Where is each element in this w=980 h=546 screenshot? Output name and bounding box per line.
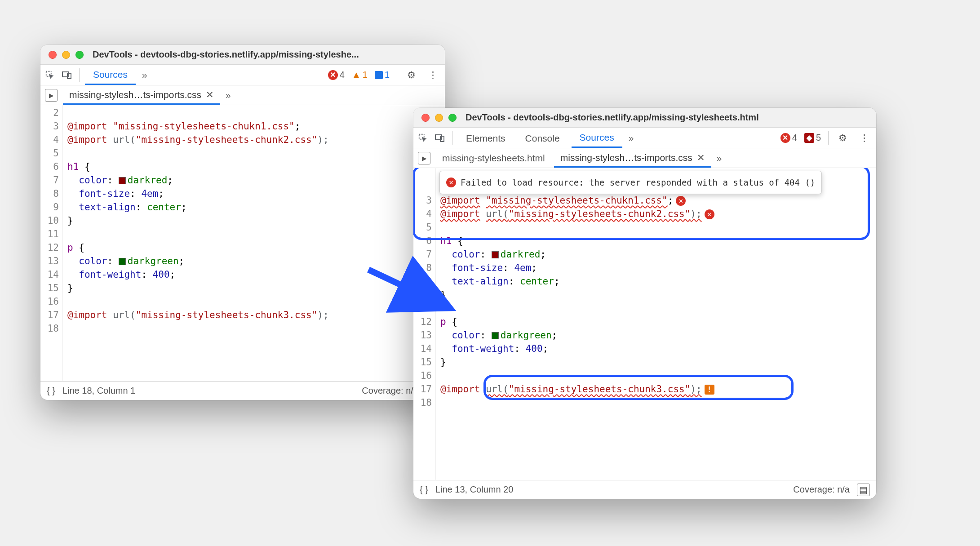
window-title: DevTools - devtools-dbg-stories.netlify.…	[93, 49, 359, 60]
window-title: DevTools - devtools-dbg-stories.netlify.…	[466, 112, 759, 123]
device-toggle-icon[interactable]	[433, 131, 447, 145]
line-gutter: 23456789101112131415161718	[40, 105, 63, 381]
coverage-label[interactable]: Coverage: n/a	[362, 386, 418, 396]
file-tab-css[interactable]: missing-stylesh…ts-imports.css ✕	[554, 149, 711, 168]
settings-icon[interactable]: ⚙	[834, 133, 851, 143]
tooltip-text: Failed to load resource: the server resp…	[461, 176, 815, 189]
close-tab-icon[interactable]: ✕	[206, 89, 214, 100]
info-icon	[375, 71, 383, 79]
file-tab-css[interactable]: missing-stylesh…ts-imports.css ✕	[63, 86, 220, 105]
status-bar: { } Line 13, Column 20 Coverage: n/a ▤	[413, 480, 876, 499]
error-icon[interactable]: ✕	[676, 196, 686, 206]
error-icon[interactable]: ✕	[705, 209, 714, 219]
file-tabs: ▸ missing-stylesh…ts-imports.css ✕ »	[40, 85, 445, 105]
zoom-window-button[interactable]	[448, 114, 457, 122]
color-swatch-darkred[interactable]	[492, 251, 499, 258]
line-gutter: 3456789101112131415161718	[413, 168, 436, 480]
traffic-lights	[49, 51, 84, 59]
zoom-window-button[interactable]	[75, 51, 84, 59]
close-tab-icon[interactable]: ✕	[697, 152, 705, 163]
devtools-window-after: DevTools - devtools-dbg-stories.netlify.…	[413, 108, 876, 499]
filetabs-overflow-icon[interactable]: »	[714, 153, 725, 164]
minimize-window-button[interactable]	[435, 114, 443, 122]
error-tooltip: ✕ Failed to load resource: the server re…	[439, 171, 822, 194]
inspect-icon[interactable]	[43, 68, 57, 82]
file-tab-html[interactable]: missing-stylesheets.html	[436, 149, 551, 167]
transition-arrow	[359, 256, 463, 319]
warning-icon	[352, 70, 361, 80]
titlebar: DevTools - devtools-dbg-stories.netlify.…	[40, 45, 445, 65]
traffic-lights	[421, 114, 457, 122]
tab-console[interactable]: Console	[517, 129, 568, 147]
warning-badge[interactable]: 1	[350, 69, 369, 81]
main-toolbar: Sources » ✕ 4 1 1 ⚙ ⋮	[40, 65, 445, 85]
tab-elements[interactable]: Elements	[458, 129, 514, 147]
braces-icon[interactable]: { }	[420, 484, 428, 495]
main-toolbar: Elements Console Sources » ✕ 4 ◆ 5 ⚙ ⋮	[413, 128, 876, 148]
inspect-icon[interactable]	[416, 131, 430, 145]
error-badge[interactable]: ✕ 4	[326, 69, 346, 81]
code-editor[interactable]: 3456789101112131415161718 @import "missi…	[413, 168, 876, 480]
close-window-button[interactable]	[421, 114, 430, 122]
code-content[interactable]: @import "missing-stylesheets-chukn1.css"…	[63, 105, 445, 381]
file-tab-label: missing-stylesh…ts-imports.css	[69, 89, 201, 100]
coverage-label[interactable]: Coverage: n/a	[793, 484, 850, 495]
code-editor[interactable]: 23456789101112131415161718 @import "miss…	[40, 105, 445, 381]
coverage-panel-icon[interactable]: ▤	[857, 484, 870, 496]
error-count: 4	[340, 70, 345, 80]
error-icon: ✕	[328, 70, 338, 80]
tabs-overflow-icon[interactable]: »	[626, 133, 637, 143]
status-bar: { } Line 18, Column 1 Coverage: n/a ▤	[40, 381, 445, 400]
device-toggle-icon[interactable]	[60, 68, 74, 82]
kebab-menu-icon[interactable]: ⋮	[424, 70, 442, 80]
tab-sources[interactable]: Sources	[572, 128, 622, 148]
tab-sources[interactable]: Sources	[85, 65, 136, 85]
file-tabs: ▸ missing-stylesheets.html missing-style…	[413, 148, 876, 168]
color-swatch-darkgreen[interactable]	[119, 258, 126, 265]
titlebar: DevTools - devtools-dbg-stories.netlify.…	[413, 108, 876, 128]
info-badge[interactable]: 1	[373, 69, 391, 81]
close-window-button[interactable]	[49, 51, 57, 59]
cursor-position: Line 18, Column 1	[62, 386, 135, 396]
tabs-overflow-icon[interactable]: »	[139, 70, 150, 80]
settings-icon[interactable]: ⚙	[403, 70, 420, 80]
navigator-toggle-icon[interactable]: ▸	[418, 152, 430, 164]
devtools-window-before: DevTools - devtools-dbg-stories.netlify.…	[40, 45, 445, 400]
info-count: 1	[385, 70, 390, 80]
error-icon: ✕	[446, 178, 456, 187]
issues-icon: ◆	[804, 133, 814, 143]
file-tab-label: missing-stylesheets.html	[442, 153, 545, 164]
issues-badge[interactable]: ◆ 5	[803, 132, 823, 144]
code-content[interactable]: @import "missing-stylesheets-chukn1.css"…	[436, 168, 876, 480]
error-icon: ✕	[780, 133, 790, 143]
warning-count: 1	[363, 70, 368, 80]
kebab-menu-icon[interactable]: ⋮	[855, 133, 874, 143]
braces-icon[interactable]: { }	[47, 386, 55, 396]
warning-icon[interactable]: !	[705, 385, 714, 395]
navigator-toggle-icon[interactable]: ▸	[45, 89, 58, 102]
issues-count: 5	[816, 133, 821, 143]
minimize-window-button[interactable]	[62, 51, 70, 59]
svg-line-3	[368, 270, 445, 306]
file-tab-label: missing-stylesh…ts-imports.css	[560, 152, 692, 163]
cursor-position: Line 13, Column 20	[435, 484, 513, 495]
filetabs-overflow-icon[interactable]: »	[223, 90, 234, 101]
error-badge[interactable]: ✕ 4	[779, 132, 799, 144]
error-count: 4	[792, 133, 797, 143]
color-swatch-darkgreen[interactable]	[492, 332, 499, 339]
color-swatch-darkred[interactable]	[119, 177, 126, 184]
